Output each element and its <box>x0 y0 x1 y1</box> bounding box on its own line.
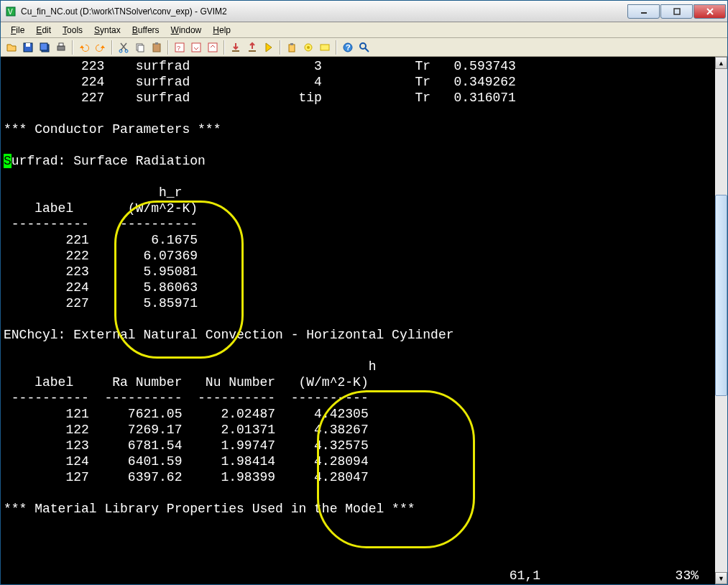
svg-rect-24 <box>289 45 295 52</box>
copy-icon[interactable] <box>132 40 148 55</box>
menubar: File Edit Tools Syntax Buffers Window He… <box>1 22 727 38</box>
print-icon[interactable] <box>53 40 69 55</box>
svg-point-26 <box>307 46 310 49</box>
titlebar[interactable]: V Cu_fin_NC.out (D:\work\TNSolver\conv_e… <box>1 1 727 22</box>
maximize-button[interactable] <box>660 4 693 19</box>
save-session-icon[interactable] <box>244 40 260 55</box>
paste-icon[interactable] <box>149 40 165 55</box>
svg-rect-3 <box>674 9 680 14</box>
svg-rect-7 <box>26 43 30 47</box>
toolbar-separator <box>336 40 337 55</box>
svg-rect-9 <box>40 43 47 50</box>
cursor: S <box>4 154 11 168</box>
svg-rect-27 <box>321 45 329 50</box>
svg-rect-11 <box>59 43 63 46</box>
svg-rect-16 <box>153 44 160 52</box>
toolbar-separator <box>224 40 225 55</box>
svg-rect-23 <box>249 50 256 52</box>
toolbar-separator <box>167 40 169 55</box>
menu-tools[interactable]: Tools <box>57 24 88 37</box>
svg-rect-22 <box>232 50 239 52</box>
scroll-percent: 33% <box>676 568 699 583</box>
svg-rect-15 <box>138 45 144 52</box>
vertical-scrollbar[interactable]: ▲ ▼ <box>715 57 727 584</box>
save-icon[interactable] <box>20 40 36 55</box>
svg-rect-20 <box>192 43 201 52</box>
help-icon[interactable]: ? <box>340 40 356 55</box>
load-session-icon[interactable] <box>228 40 244 55</box>
menu-syntax[interactable]: Syntax <box>88 24 126 37</box>
scroll-track[interactable] <box>715 69 727 572</box>
close-button[interactable] <box>694 4 726 19</box>
shell-icon[interactable] <box>300 40 316 55</box>
toolbar-separator <box>111 40 113 55</box>
svg-line-31 <box>365 48 369 52</box>
run-script-icon[interactable] <box>261 40 277 55</box>
open-icon[interactable] <box>4 40 19 55</box>
redo-icon[interactable] <box>93 40 109 55</box>
editor-area: 223 surfrad 3 Tr 0.593743 224 surfrad 4 … <box>1 57 727 584</box>
svg-text:?: ? <box>346 43 351 52</box>
svg-rect-21 <box>208 43 217 52</box>
menu-window[interactable]: Window <box>165 24 208 37</box>
find-prev-icon[interactable] <box>205 40 221 55</box>
find-next-icon[interactable] <box>188 40 204 55</box>
svg-rect-10 <box>57 46 65 50</box>
tags-icon[interactable] <box>317 40 333 55</box>
window-controls <box>627 4 726 19</box>
scroll-down-button[interactable]: ▼ <box>715 572 727 584</box>
find-icon[interactable]: ? <box>172 40 188 55</box>
svg-text:V: V <box>8 8 13 16</box>
scroll-thumb[interactable] <box>715 195 727 396</box>
save-all-icon[interactable] <box>37 40 52 55</box>
make-icon[interactable] <box>284 40 300 55</box>
app-window: V Cu_fin_NC.out (D:\work\TNSolver\conv_e… <box>0 0 728 585</box>
svg-text:?: ? <box>177 45 180 52</box>
cursor-position: 61,1 <box>510 568 540 583</box>
toolbar-separator <box>280 40 281 55</box>
window-title: Cu_fin_NC.out (D:\work\TNSolver\conv_exp… <box>21 6 627 17</box>
find-help-icon[interactable] <box>356 40 372 55</box>
svg-point-30 <box>360 43 366 49</box>
app-icon: V <box>5 6 17 17</box>
undo-icon[interactable] <box>76 40 92 55</box>
cut-icon[interactable] <box>116 40 132 55</box>
menu-file[interactable]: File <box>5 24 30 37</box>
menu-buffers[interactable]: Buffers <box>126 24 165 37</box>
scroll-up-button[interactable]: ▲ <box>715 57 727 69</box>
menu-edit[interactable]: Edit <box>30 24 57 37</box>
svg-rect-17 <box>155 42 158 45</box>
toolbar: ?? <box>1 38 727 57</box>
menu-help[interactable]: Help <box>207 24 236 37</box>
text-editor[interactable]: 223 surfrad 3 Tr 0.593743 224 surfrad 4 … <box>1 57 715 584</box>
toolbar-separator <box>72 40 73 55</box>
minimize-button[interactable] <box>627 4 660 19</box>
